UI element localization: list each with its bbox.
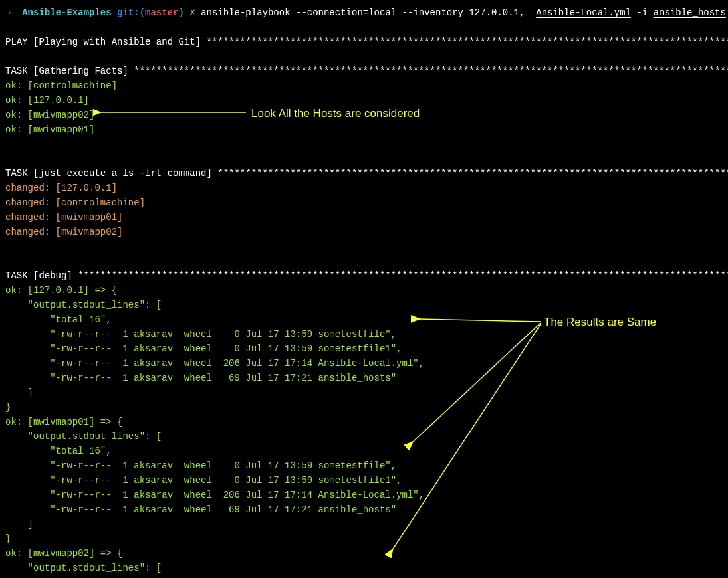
debug-line: "-rw-r--r-- 1 aksarav wheel 206 Jul 17 1… [5, 488, 723, 502]
debug-line: "-rw-r--r-- 1 aksarav wheel 0 Jul 17 13:… [5, 341, 723, 356]
changed-line: changed: [mwivmapp02] [5, 225, 723, 239]
debug-line: "-rw-r--r-- 1 aksarav wheel 206 Jul 17 1… [5, 356, 723, 371]
debug-line: "-rw-r--r-- 1 aksarav wheel 0 Jul 17 13:… [5, 458, 723, 473]
task-debug-header: TASK [debug] ***************************… [5, 268, 723, 283]
debug-line: } [5, 400, 723, 415]
prompt-dir: Ansible-Examples [22, 7, 111, 18]
debug-line: ok: [mwivmapp02] => { [5, 546, 723, 561]
file-arg-2: ansible_hosts [654, 7, 726, 18]
mid-arg: -i [631, 7, 654, 18]
debug-line: "total 16", [5, 444, 723, 458]
changed-line: changed: [127.0.0.1] [5, 181, 723, 195]
task-ls-header: TASK [just execute a ls -lrt command] **… [5, 166, 723, 181]
debug-line: "output.stdout_lines": [ [5, 429, 723, 444]
git-close: ) [178, 7, 183, 18]
debug-line: } [5, 531, 723, 546]
annotation-hosts: Look All the Hosts are considered [251, 106, 420, 121]
debug-line: "-rw-r--r-- 1 aksarav wheel 69 Jul 17 17… [5, 371, 723, 385]
changed-line: changed: [controlmachine] [5, 195, 723, 210]
debug-line: ok: [127.0.0.1] => { [5, 283, 723, 298]
debug-line: "total 16", [5, 575, 723, 578]
debug-line: ] [5, 517, 723, 531]
ok-line: ok: [controlmachine] [5, 78, 723, 93]
play-header: PLAY [Playing with Ansible and Git] ****… [5, 35, 723, 49]
debug-line: ] [5, 385, 723, 400]
file-arg-1: Ansible-Local.yml [536, 7, 631, 18]
prompt-line: → Ansible-Examples git:(master) ✗ ansibl… [5, 5, 723, 20]
command-text: ansible-playbook --connection=local --in… [201, 7, 536, 18]
git-branch: master [145, 7, 178, 18]
debug-line: ok: [mwivmapp01] => { [5, 415, 723, 429]
debug-line: "output.stdout_lines": [ [5, 561, 723, 575]
terminal-output: → Ansible-Examples git:(master) ✗ ansibl… [5, 5, 723, 578]
task-gathering-header: TASK [Gathering Facts] *****************… [5, 64, 723, 78]
flash-icon: ✗ [189, 7, 195, 18]
annotation-results: The Results are Same [544, 315, 656, 330]
debug-line: "-rw-r--r-- 1 aksarav wheel 0 Jul 17 13:… [5, 473, 723, 488]
debug-line: "output.stdout_lines": [ [5, 298, 723, 312]
git-label: git:( [117, 7, 145, 18]
debug-line: "-rw-r--r-- 1 aksarav wheel 69 Jul 17 17… [5, 502, 723, 517]
ok-line: ok: [127.0.0.1] [5, 93, 723, 108]
changed-line: changed: [mwivmapp01] [5, 210, 723, 225]
ok-line: ok: [mwivmapp01] [5, 122, 723, 137]
